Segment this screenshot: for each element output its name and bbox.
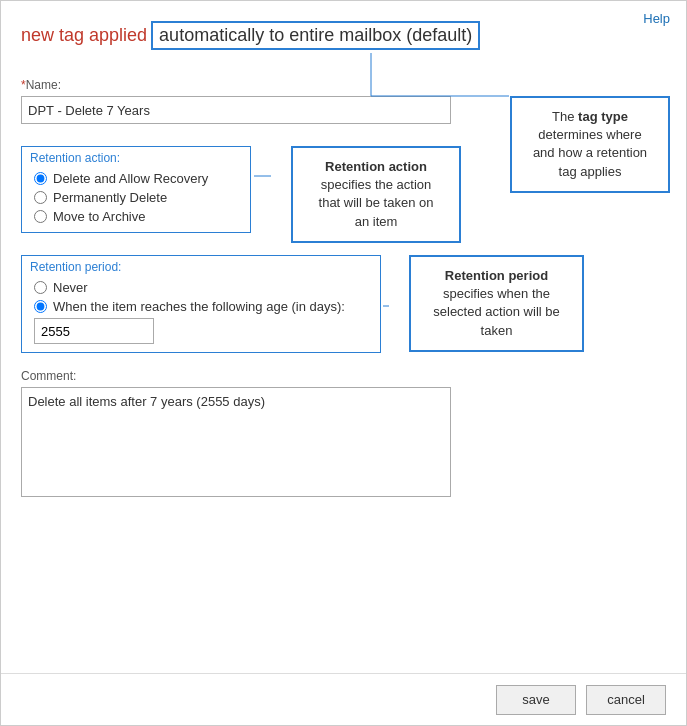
retention-action-section: Retention action: Delete and Allow Recov… — [21, 146, 251, 233]
cancel-button[interactable]: cancel — [586, 685, 666, 715]
radio-permanently-delete-label: Permanently Delete — [53, 190, 167, 205]
name-input[interactable] — [21, 96, 451, 124]
radio-age-input[interactable] — [34, 300, 47, 313]
ra-tooltip-bold: Retention action — [325, 159, 427, 174]
radio-delete-allow-label: Delete and Allow Recovery — [53, 171, 208, 186]
radio-delete-allow[interactable]: Delete and Allow Recovery — [34, 171, 242, 186]
retention-period-radio-group: Never When the item reaches the followin… — [34, 280, 372, 314]
name-required-star: * — [21, 78, 26, 92]
tag-type-tooltip: The tag type determines where and how a … — [510, 96, 670, 193]
tag-type-pre: The — [552, 109, 574, 124]
retention-period-label: Retention period: — [30, 260, 372, 274]
radio-never-input[interactable] — [34, 281, 47, 294]
tag-type-line3: and how a retention — [533, 145, 647, 160]
radio-never[interactable]: Never — [34, 280, 372, 295]
radio-delete-allow-input[interactable] — [34, 172, 47, 185]
radio-move-to-archive-input[interactable] — [34, 210, 47, 223]
title-row: new tag applied automatically to entire … — [21, 21, 666, 50]
radio-never-label: Never — [53, 280, 88, 295]
ra-tooltip-text: Retention action specifies the action th… — [305, 158, 447, 231]
radio-age[interactable]: When the item reaches the following age … — [34, 299, 372, 314]
footer: save cancel — [1, 673, 686, 725]
rp-tooltip-text: Retention period specifies when the sele… — [423, 267, 570, 340]
radio-move-to-archive-label: Move to Archive — [53, 209, 146, 224]
header-area: new tag applied automatically to entire … — [1, 1, 686, 64]
retention-period-tooltip: Retention period specifies when the sele… — [409, 255, 584, 352]
rp-tooltip-line3: selected action will be — [433, 304, 559, 319]
tag-type-line2: determines where — [538, 127, 641, 142]
tag-type-line4: tag applies — [559, 164, 622, 179]
rp-tooltip-line2: specifies when the — [443, 286, 550, 301]
retention-action-radio-group: Delete and Allow Recovery Permanently De… — [34, 171, 242, 224]
title-highlighted: automatically to entire mailbox (default… — [151, 21, 480, 50]
radio-permanently-delete[interactable]: Permanently Delete — [34, 190, 242, 205]
radio-age-label: When the item reaches the following age … — [53, 299, 345, 314]
retention-period-section: Retention period: Never When the item re… — [21, 255, 381, 353]
radio-move-to-archive[interactable]: Move to Archive — [34, 209, 242, 224]
comment-label: Comment: — [21, 369, 666, 383]
ra-tooltip-line4: an item — [355, 214, 398, 229]
age-input[interactable] — [34, 318, 154, 344]
tag-type-bold: tag type — [578, 109, 628, 124]
rp-tooltip-bold: Retention period — [445, 268, 548, 283]
retention-action-label: Retention action: — [30, 151, 242, 165]
dialog: Help new tag applied automatically to en… — [0, 0, 687, 726]
ra-tooltip-line2: specifies the action — [321, 177, 432, 192]
rp-tooltip-line4: taken — [481, 323, 513, 338]
radio-permanently-delete-input[interactable] — [34, 191, 47, 204]
retention-action-tooltip: Retention action specifies the action th… — [291, 146, 461, 243]
name-label: *Name: — [21, 78, 666, 92]
save-button[interactable]: save — [496, 685, 576, 715]
title-prefix: new tag applied — [21, 25, 147, 46]
comment-textarea[interactable]: Delete all items after 7 years (2555 day… — [21, 387, 451, 497]
ra-tooltip-line3: that will be taken on — [319, 195, 434, 210]
